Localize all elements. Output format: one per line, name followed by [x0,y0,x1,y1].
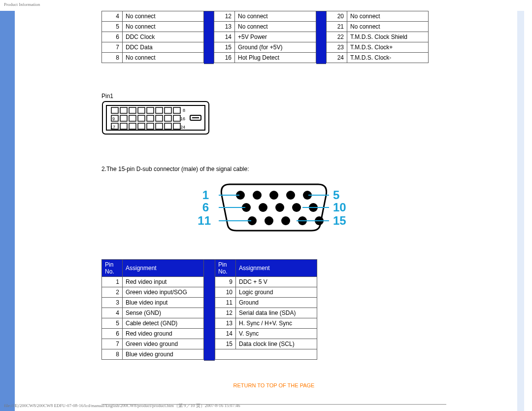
table-row: 7DDC Data [102,42,204,53]
table-row: 8Blue video ground [102,349,204,360]
svg-rect-22 [147,123,154,129]
pin-signal: No connect [347,22,429,32]
pin-signal: Cable detect (GND) [123,318,204,329]
table-row: 9DDC + 5 V [215,277,317,287]
dvi-col-a: 4No connect5No connect6DDC Clock7DDC Dat… [101,11,204,63]
page-header-label: Product Information [4,2,40,7]
table-row: 8No connect [102,53,204,63]
dsub-lbl-15: 15 [333,214,346,227]
pin-number: 3 [102,298,123,308]
pin-signal: No connect [123,11,204,22]
dvi-num-tr: 8 [183,108,185,113]
empty-cell [215,349,317,360]
table-row: 4No connect [102,11,204,22]
pin-signal: T.M.D.S. Clock- [347,53,429,63]
dsub-lbl-1: 1 [202,188,209,202]
pin-number: 5 [102,22,123,32]
table-row: 3Blue video input [102,298,204,308]
pin-number: 10 [215,287,236,298]
table-row: 23T.M.D.S. Clock+ [327,42,429,53]
pin-signal: +5V Power [235,32,316,42]
dsub-lbl-11: 11 [198,214,211,227]
svg-point-35 [275,203,284,212]
svg-rect-20 [129,123,136,129]
dsub-lbl-10: 10 [333,201,346,214]
dsub-lbl-6: 6 [202,201,209,214]
svg-point-39 [265,216,273,225]
pin-number: 23 [327,42,347,53]
pin-number: 11 [215,298,236,308]
dsub-connector-diagram: 1 6 11 5 10 15 [190,175,358,240]
pin-number: 22 [327,32,347,42]
svg-rect-23 [156,123,163,129]
pin-number: 7 [102,42,123,53]
pin-number: 7 [102,339,123,349]
pin-signal: Ground (for +5V) [235,42,316,53]
pin-signal: Ground [236,298,317,308]
pin-signal: T.M.D.S. Clock Shield [347,32,429,42]
table-row: 12Serial data line (SDA) [215,308,317,318]
table-row: 6Red video ground [102,329,204,339]
pin-signal: T.M.D.S. Clock+ [347,42,429,53]
pin-signal: H. Sync / H+V. Sync [236,318,317,329]
return-to-top-link[interactable]: RETURN TO TOP OF THE PAGE [101,382,446,388]
pin-signal: Logic ground [236,287,317,298]
pin-number: 15 [214,42,235,53]
svg-rect-7 [156,107,163,113]
pin-number: 6 [102,329,123,339]
table-row: 6DDC Clock [102,32,204,42]
dsub-lbl-5: 5 [333,188,339,202]
svg-rect-12 [129,115,136,121]
page-layout: 4No connect5No connect6DDC Clock7DDC Dat… [0,0,532,411]
pin-signal: No connect [235,11,316,22]
pin-number: 14 [214,32,235,42]
pin-signal: Red video input [123,277,204,287]
pin-number: 9 [215,277,236,287]
dvi-spacer-1 [204,11,214,64]
svg-rect-2 [111,107,118,113]
page-footer-path: file:///E|/200CW8/200CW8 EDFU-07-08-16/l… [4,403,240,409]
dsub-table-spacer [204,259,215,361]
pin-signal: Blue video ground [123,349,204,360]
dsub-pin-tables: Pin No. Assignment 1Red video input2Gree… [101,259,446,361]
svg-rect-17 [173,115,180,121]
svg-rect-24 [165,123,171,129]
svg-rect-14 [147,115,154,121]
dvi-col-c: 20No connect21No connect22T.M.D.S. Clock… [326,11,429,63]
pin-number: 8 [102,53,123,63]
table-row: 20No connect [327,11,429,22]
dsub-hdr-assign-r: Assignment [236,260,317,277]
left-spacer [15,11,101,411]
table-row: 10Logic ground [215,287,317,298]
pin-number: 4 [102,11,123,22]
dsub-hdr-assign-l: Assignment [123,260,204,277]
svg-rect-5 [138,107,145,113]
svg-rect-3 [120,107,127,113]
pin-signal: DDC Clock [123,32,204,42]
pin-signal: Blue video input [123,298,204,308]
table-row: 13No connect [214,22,316,32]
pin-number: 24 [327,53,347,63]
svg-point-30 [269,191,278,200]
dsub-table-left: Pin No. Assignment 1Red video input2Gree… [101,259,204,360]
pin-number: 13 [215,318,236,329]
pin-number: 5 [102,318,123,329]
table-row: 12No connect [214,11,316,22]
svg-rect-9 [173,107,180,113]
pin-signal: DDC Data [123,42,204,53]
pin-number: 12 [214,11,235,22]
pin-number: 4 [102,308,123,318]
svg-rect-19 [120,123,127,129]
pin-signal: DDC + 5 V [236,277,317,287]
left-accent-bar [0,11,15,411]
pin-number: 15 [215,339,236,349]
svg-point-34 [259,203,267,212]
dvi-spacer-2 [316,11,326,64]
table-row: 22T.M.D.S. Clock Shield [327,32,429,42]
pin-signal: Sense (GND) [123,308,204,318]
svg-point-36 [292,203,301,212]
pin-signal: Red video ground [123,329,204,339]
main-content: 4No connect5No connect6DDC Clock7DDC Dat… [101,11,446,411]
dsub-hdr-pin-l: Pin No. [102,260,123,277]
pin-signal: V. Sync [236,329,317,339]
